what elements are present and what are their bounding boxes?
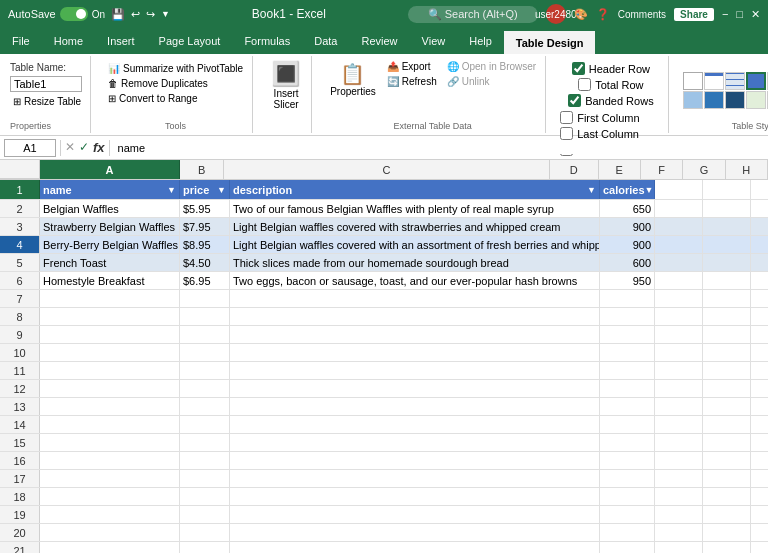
cell-a4[interactable]: Berry-Berry Belgian Waffles	[40, 236, 180, 253]
summarize-pivottable-btn[interactable]: 📊 Summarize with PivotTable	[105, 62, 246, 75]
help-icon[interactable]: ❓	[596, 8, 610, 21]
tab-home[interactable]: Home	[42, 28, 95, 54]
cell-g20[interactable]	[751, 524, 768, 541]
cell-g10[interactable]	[751, 344, 768, 361]
last-column-option[interactable]: Last Column	[560, 127, 661, 140]
style-none[interactable]	[683, 72, 703, 90]
cell-c11[interactable]	[230, 362, 600, 379]
cell-f16[interactable]	[703, 452, 751, 469]
cell-a12[interactable]	[40, 380, 180, 397]
open-in-browser-btn[interactable]: 🌐 Open in Browser	[444, 60, 539, 73]
search-box[interactable]: 🔍 Search (Alt+Q)	[408, 6, 538, 23]
cell-e16[interactable]	[655, 452, 703, 469]
cell-f18[interactable]	[703, 488, 751, 505]
convert-to-range-btn[interactable]: ⊞ Convert to Range	[105, 92, 200, 105]
cell-d8[interactable]	[600, 308, 655, 325]
cell-d2[interactable]: 650	[600, 200, 655, 217]
row-num-16[interactable]: 16	[0, 452, 40, 469]
cell-f9[interactable]	[703, 326, 751, 343]
style-light-1[interactable]	[704, 72, 724, 90]
cell-e10[interactable]	[655, 344, 703, 361]
style-dark-1[interactable]	[683, 91, 703, 109]
cell-e21[interactable]	[655, 542, 703, 553]
cell-g15[interactable]	[751, 434, 768, 451]
resize-table-btn[interactable]: ⊞ Resize Table	[10, 95, 84, 108]
cell-e18[interactable]	[655, 488, 703, 505]
close-btn[interactable]: ✕	[751, 8, 760, 21]
user-avatar[interactable]: user2480	[546, 4, 566, 24]
cell-b14[interactable]	[180, 416, 230, 433]
row-num-13[interactable]: 13	[0, 398, 40, 415]
cell-c18[interactable]	[230, 488, 600, 505]
insert-function-icon[interactable]: fx	[93, 140, 105, 155]
row-num-20[interactable]: 20	[0, 524, 40, 541]
style-dark-3[interactable]	[725, 91, 745, 109]
cell-d14[interactable]	[600, 416, 655, 433]
cell-c21[interactable]	[230, 542, 600, 553]
cell-d20[interactable]	[600, 524, 655, 541]
cell-g2[interactable]	[751, 200, 768, 217]
tab-review[interactable]: Review	[349, 28, 409, 54]
ribbon-collapse-icon[interactable]: 🎨	[574, 8, 588, 21]
cell-a15[interactable]	[40, 434, 180, 451]
last-column-checkbox[interactable]	[560, 127, 573, 140]
cell-b19[interactable]	[180, 506, 230, 523]
cell-c6[interactable]: Two eggs, bacon or sausage, toast, and o…	[230, 272, 600, 289]
cell-g4[interactable]	[751, 236, 768, 253]
first-column-checkbox[interactable]	[560, 111, 573, 124]
cell-c12[interactable]	[230, 380, 600, 397]
cell-g8[interactable]	[751, 308, 768, 325]
cell-e14[interactable]	[655, 416, 703, 433]
table-name-input[interactable]	[10, 76, 82, 92]
col-header-g[interactable]: G	[683, 160, 725, 179]
dropdown-arrow-name[interactable]: ▼	[167, 185, 176, 195]
col-header-f[interactable]: F	[641, 160, 683, 179]
cell-c1[interactable]: description ▼	[230, 180, 600, 199]
cell-g5[interactable]	[751, 254, 768, 271]
tab-help[interactable]: Help	[457, 28, 504, 54]
tab-formulas[interactable]: Formulas	[232, 28, 302, 54]
style-light-2[interactable]	[725, 72, 745, 90]
cell-a17[interactable]	[40, 470, 180, 487]
cell-b16[interactable]	[180, 452, 230, 469]
col-header-a[interactable]: A	[40, 160, 180, 179]
cell-f5[interactable]	[703, 254, 751, 271]
row-num-18[interactable]: 18	[0, 488, 40, 505]
cell-g14[interactable]	[751, 416, 768, 433]
cell-e1[interactable]	[655, 180, 703, 199]
cell-a1[interactable]: name ▼	[40, 180, 180, 199]
unlink-btn[interactable]: 🔗 Unlink	[444, 75, 539, 88]
cell-g11[interactable]	[751, 362, 768, 379]
style-dark-2[interactable]	[704, 91, 724, 109]
row-num-2[interactable]: 2	[0, 200, 40, 217]
undo-icon[interactable]: ↩	[131, 8, 140, 21]
cell-b10[interactable]	[180, 344, 230, 361]
cell-f15[interactable]	[703, 434, 751, 451]
cell-e8[interactable]	[655, 308, 703, 325]
cell-g19[interactable]	[751, 506, 768, 523]
total-row-option[interactable]: Total Row	[578, 78, 643, 91]
cell-f11[interactable]	[703, 362, 751, 379]
cell-c8[interactable]	[230, 308, 600, 325]
cell-d16[interactable]	[600, 452, 655, 469]
row-num-6[interactable]: 6	[0, 272, 40, 289]
cell-a16[interactable]	[40, 452, 180, 469]
col-header-c[interactable]: C	[224, 160, 550, 179]
row-num-9[interactable]: 9	[0, 326, 40, 343]
cell-a3[interactable]: Strawberry Belgian Waffles	[40, 218, 180, 235]
cell-c17[interactable]	[230, 470, 600, 487]
row-num-10[interactable]: 10	[0, 344, 40, 361]
first-column-option[interactable]: First Column	[560, 111, 661, 124]
cell-a2[interactable]: Belgian Waffles	[40, 200, 180, 217]
cell-e15[interactable]	[655, 434, 703, 451]
cell-b5[interactable]: $4.50	[180, 254, 230, 271]
cell-a9[interactable]	[40, 326, 180, 343]
maximize-btn[interactable]: □	[736, 8, 743, 20]
cell-b9[interactable]	[180, 326, 230, 343]
total-row-checkbox[interactable]	[578, 78, 591, 91]
cell-e2[interactable]	[655, 200, 703, 217]
cell-d13[interactable]	[600, 398, 655, 415]
cell-a7[interactable]	[40, 290, 180, 307]
properties-btn[interactable]: 📋 Properties	[326, 60, 380, 99]
row-num-19[interactable]: 19	[0, 506, 40, 523]
